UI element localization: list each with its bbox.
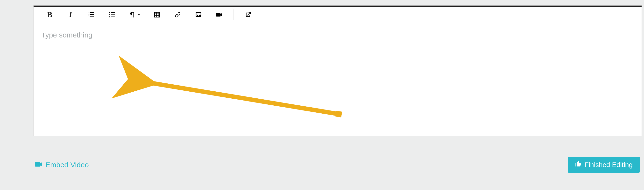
ordered-list-icon	[88, 11, 95, 18]
video-camera-icon	[35, 161, 43, 169]
embed-video-label: Embed Video	[46, 161, 89, 169]
unordered-list-icon	[108, 11, 116, 18]
link-icon	[174, 11, 181, 18]
table-icon	[153, 11, 160, 18]
toolbar-separator	[234, 10, 234, 20]
unordered-list-button[interactable]	[102, 7, 122, 22]
insert-video-button[interactable]	[209, 7, 230, 22]
svg-point-0	[109, 12, 110, 13]
paragraph-icon	[129, 11, 136, 18]
editor-toolbar: B I	[34, 7, 642, 22]
svg-point-2	[109, 16, 110, 17]
insert-image-button[interactable]	[188, 7, 209, 22]
image-icon	[195, 11, 202, 18]
editor-container: B I	[33, 5, 642, 136]
insert-table-button[interactable]	[146, 7, 167, 22]
embed-video-link[interactable]: Embed Video	[35, 161, 89, 169]
bold-button[interactable]: B	[39, 7, 60, 22]
chevron-down-icon	[138, 14, 140, 16]
italic-button[interactable]: I	[60, 7, 81, 22]
external-link-icon	[244, 11, 252, 18]
paragraph-format-button[interactable]	[122, 7, 146, 22]
video-camera-icon	[216, 11, 223, 18]
svg-line-3	[150, 83, 339, 114]
editor-footer: Embed Video Finished Editing	[33, 151, 642, 179]
editor-placeholder: Type something	[41, 31, 92, 39]
annotation-arrow	[34, 22, 642, 136]
editor-content-area[interactable]: Type something	[34, 22, 642, 136]
finished-editing-label: Finished Editing	[584, 161, 633, 169]
finished-editing-button[interactable]: Finished Editing	[568, 157, 640, 173]
svg-point-1	[109, 14, 110, 15]
thumbs-up-icon	[575, 160, 582, 169]
open-external-button[interactable]	[238, 7, 258, 22]
insert-link-button[interactable]	[167, 7, 188, 22]
ordered-list-button[interactable]	[81, 7, 102, 22]
svg-rect-4	[336, 111, 342, 117]
